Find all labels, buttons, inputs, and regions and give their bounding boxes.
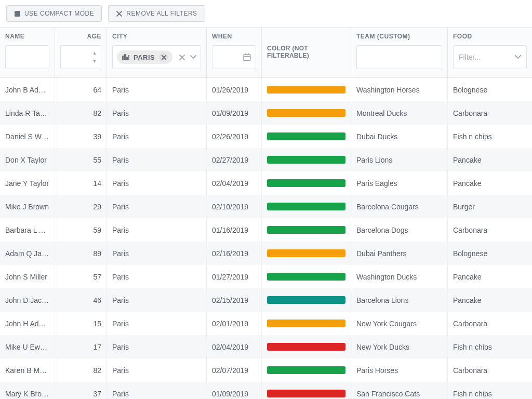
cell-city: Paris <box>107 78 207 101</box>
cell-name: John S Miller <box>0 265 55 288</box>
cell-when: 01/27/2019 <box>207 265 262 288</box>
table-row[interactable]: John B Adams64Paris01/26/2019OrangeWashi… <box>0 78 532 101</box>
city-icon <box>122 54 129 60</box>
cell-text: Paris <box>112 320 201 328</box>
cell-age: 15 <box>55 312 107 335</box>
table-row[interactable]: John S Miller57Paris01/27/2019GreenWashi… <box>0 265 532 288</box>
cell-color: Orange <box>262 312 351 335</box>
cell-team: San Francisco Cats <box>351 382 448 399</box>
clear-all-tags-icon[interactable] <box>179 55 185 60</box>
filter-name-input[interactable] <box>5 45 49 69</box>
tag-label: Paris <box>134 54 155 61</box>
cell-color: Red <box>262 382 351 399</box>
cell-text: Pancake <box>453 273 527 281</box>
cell-color: Green <box>262 265 351 288</box>
cell-text: Paris Horses <box>356 366 442 375</box>
header-label: Name <box>5 33 49 40</box>
header-age[interactable]: Age ▲ ▼ <box>55 28 107 77</box>
cell-text: John B Adams <box>5 86 49 94</box>
header-name[interactable]: Name <box>0 28 55 77</box>
cell-text: Pancake <box>453 179 527 188</box>
cell-text: Paris <box>112 109 201 117</box>
cell-team: Barcelona Dogs <box>351 218 448 242</box>
cell-text: Don X Taylor <box>5 156 49 164</box>
cell-text: Barcelona Cougars <box>356 203 442 211</box>
table-row[interactable]: Mike U Ewans17Paris02/04/2019RedNew York… <box>0 335 532 358</box>
table-row[interactable]: Linda R Taylor82Paris01/09/2019OrangeMon… <box>0 101 532 125</box>
table-row[interactable]: Karen B McDonald82Paris02/07/2019GreenPa… <box>0 358 532 382</box>
remove-all-filters-button[interactable]: Remove all filters <box>108 5 205 22</box>
cell-team: Dubai Panthers <box>351 242 448 265</box>
cell-text: Daniel S Wilson <box>5 132 49 141</box>
cell-food: Fish n chips <box>448 335 532 358</box>
cell-city: Paris <box>107 358 207 382</box>
cell-text: Pancake <box>453 296 527 304</box>
filter-food-select[interactable]: Filter... <box>453 45 527 69</box>
cell-age: 39 <box>55 125 107 148</box>
table-row[interactable]: Don X Taylor55Paris02/27/2019GreenParis … <box>0 148 532 171</box>
cell-text: Burger <box>453 203 527 211</box>
table-row[interactable]: Barbara L Adams59Paris01/16/2019GreenBar… <box>0 218 532 242</box>
cell-when: 02/04/2019 <box>207 171 262 195</box>
cell-name: John D Jackson <box>0 288 55 312</box>
cell-age: 89 <box>55 242 107 265</box>
cell-text: Carbonara <box>453 226 527 234</box>
svg-rect-1 <box>122 56 124 60</box>
cell-text: Paris Lions <box>356 156 442 164</box>
cell-text: San Francisco Cats <box>356 390 442 398</box>
header-when[interactable]: When <box>207 28 262 77</box>
header-color[interactable]: Color (not filterable) <box>262 28 351 77</box>
cell-text: 01/16/2019 <box>212 226 256 234</box>
header-label: Food <box>453 33 527 40</box>
cell-text: 17 <box>60 343 101 351</box>
cell-text: Fish n chips <box>453 132 527 141</box>
filter-team-input[interactable] <box>356 45 442 69</box>
table-row[interactable]: Jane Y Taylor14Paris02/04/2019GreenParis… <box>0 171 532 195</box>
cell-text: Paris <box>112 273 201 281</box>
cell-food: Pancake <box>448 265 532 288</box>
cell-text: Washington Horses <box>356 86 442 94</box>
cell-city: Paris <box>107 242 207 265</box>
chevron-down-icon[interactable] <box>190 55 196 59</box>
header-team[interactable]: Team (custom) <box>351 28 448 77</box>
filter-when-input[interactable] <box>212 45 256 69</box>
cell-team: Paris Horses <box>351 358 448 382</box>
header-city[interactable]: City Paris <box>107 28 207 77</box>
button-label: Use compact mode <box>24 10 94 17</box>
table-row[interactable]: Daniel S Wilson39Paris02/26/2019GreenDub… <box>0 125 532 148</box>
header-food[interactable]: Food Filter... <box>448 28 532 77</box>
cell-age: 59 <box>55 218 107 242</box>
cell-text: 89 <box>60 249 101 258</box>
tag-remove-icon[interactable] <box>159 52 168 62</box>
cell-when: 02/15/2019 <box>207 288 262 312</box>
color-swatch <box>267 366 345 374</box>
use-compact-mode-button[interactable]: Use compact mode <box>6 5 102 22</box>
spinner-down-icon[interactable]: ▼ <box>90 58 99 65</box>
cell-name: John H Adams <box>0 312 55 335</box>
cell-city: Paris <box>107 335 207 358</box>
cell-team: Washington Horses <box>351 78 448 101</box>
spinner-up-icon[interactable]: ▲ <box>90 49 99 57</box>
table-row[interactable]: Mike J Brown29Paris02/10/2019GreenBarcel… <box>0 195 532 218</box>
table-row[interactable]: Mary K Brown37Paris01/09/2019RedSan Fran… <box>0 382 532 399</box>
color-swatch <box>267 273 345 281</box>
chevron-down-icon[interactable] <box>515 55 521 59</box>
filter-city-select[interactable]: Paris <box>112 45 201 69</box>
table-row[interactable]: Adam Q Jackson89Paris02/16/2019OrangeDub… <box>0 242 532 265</box>
svg-rect-0 <box>15 11 20 17</box>
cell-text: 02/04/2019 <box>212 343 256 351</box>
color-swatch <box>267 179 345 187</box>
header-label: Team (custom) <box>356 33 442 40</box>
table-row[interactable]: John H Adams15Paris02/01/2019OrangeNew Y… <box>0 312 532 335</box>
cell-name: Adam Q Jackson <box>0 242 55 265</box>
cell-text: 37 <box>60 390 101 398</box>
cell-text: 02/10/2019 <box>212 203 256 211</box>
cell-text: 39 <box>60 132 101 141</box>
cell-text: 29 <box>60 203 101 211</box>
color-swatch <box>267 390 345 397</box>
svg-rect-3 <box>126 57 128 60</box>
table-row[interactable]: John D Jackson46Paris02/15/2019TealBarce… <box>0 288 532 312</box>
cell-name: John B Adams <box>0 78 55 101</box>
cell-text: Adam Q Jackson <box>5 249 49 258</box>
cell-text: 02/26/2019 <box>212 132 256 141</box>
